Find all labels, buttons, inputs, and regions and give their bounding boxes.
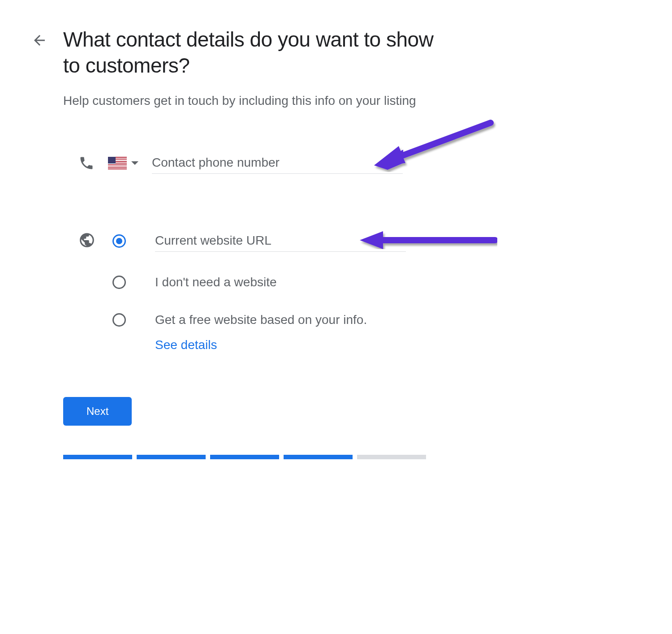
- phone-row: [78, 152, 452, 174]
- radio-option-current-url[interactable]: [112, 230, 406, 252]
- radio-label: I don't need a website: [155, 275, 277, 289]
- next-button[interactable]: Next: [63, 397, 132, 426]
- website-url-input[interactable]: [155, 230, 406, 252]
- country-selector[interactable]: [108, 157, 138, 169]
- globe-icon: [78, 232, 95, 249]
- page-subtitle: Help customers get in touch by including…: [63, 92, 452, 109]
- progress-segment: [63, 455, 132, 459]
- progress-segment: [210, 455, 279, 459]
- progress-segment: [284, 455, 353, 459]
- phone-icon: [78, 155, 95, 171]
- back-icon[interactable]: [31, 32, 47, 48]
- progress-segment: [357, 455, 426, 459]
- progress-bar: [63, 455, 426, 459]
- radio-label: Get a free website based on your info.: [155, 313, 367, 327]
- chevron-down-icon: [131, 161, 138, 165]
- see-details-link[interactable]: See details: [155, 338, 406, 352]
- website-row: I don't need a website Get a free websit…: [78, 230, 452, 352]
- radio-selected[interactable]: [112, 234, 126, 248]
- page-title: What contact details do you want to show…: [63, 27, 452, 78]
- radio-option-no-website[interactable]: I don't need a website: [112, 275, 406, 289]
- us-flag-icon: [108, 157, 127, 169]
- radio-unselected[interactable]: [112, 313, 126, 327]
- svg-line-0: [394, 123, 491, 159]
- phone-input[interactable]: [152, 152, 403, 174]
- radio-unselected[interactable]: [112, 276, 126, 289]
- radio-option-free-website[interactable]: Get a free website based on your info.: [112, 313, 406, 327]
- progress-segment: [137, 455, 206, 459]
